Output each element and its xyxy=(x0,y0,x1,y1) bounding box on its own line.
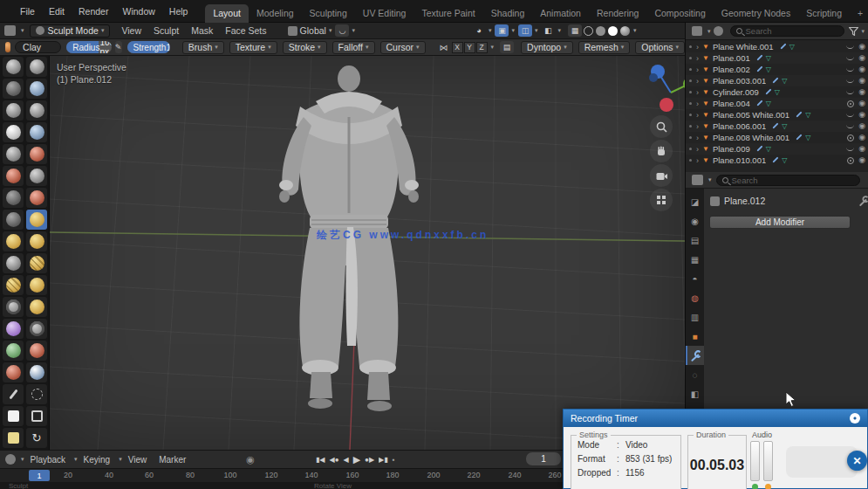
display-mode-icon[interactable] xyxy=(714,26,723,36)
tab-view-layer[interactable]: ▦ xyxy=(686,250,704,269)
outliner-row[interactable]: ›▼Plane.009▽◉ xyxy=(686,143,868,155)
tab-shading[interactable]: Shading xyxy=(483,4,533,23)
tab-layout[interactable]: Layout xyxy=(205,4,249,23)
tool-line-project[interactable] xyxy=(3,384,24,404)
editor-type-icon[interactable] xyxy=(4,25,16,36)
render-toggle-icon[interactable]: ◉ xyxy=(858,156,865,164)
outliner-row[interactable]: ›▼Plane.002▽◉ xyxy=(686,64,868,75)
close-overlay-button[interactable]: ✕ xyxy=(847,451,867,471)
jump-to-end-button[interactable]: ▶▮ xyxy=(379,456,388,464)
tool-box-mask[interactable] xyxy=(3,406,24,426)
add-workspace-button[interactable]: + xyxy=(850,4,868,23)
wireframe-shading-icon[interactable] xyxy=(584,26,593,36)
brush-draw-face-sets[interactable] xyxy=(26,362,47,382)
hide-eye-icon[interactable] xyxy=(846,67,854,72)
brush-inflate[interactable] xyxy=(26,122,47,142)
outliner-search-input[interactable]: Search xyxy=(730,25,845,37)
show-eye-icon[interactable] xyxy=(847,134,854,141)
properties-search-input[interactable]: Search xyxy=(716,175,860,186)
brush-flatten[interactable] xyxy=(26,166,47,186)
tab-animation[interactable]: Animation xyxy=(532,4,589,23)
tab-sculpting[interactable]: Sculpting xyxy=(302,4,355,23)
tool-box-trim[interactable] xyxy=(3,428,24,448)
brush-nudge[interactable] xyxy=(3,297,24,317)
brush-paint[interactable] xyxy=(3,79,24,99)
brush-slide-relax[interactable] xyxy=(3,319,24,339)
brush-mask[interactable] xyxy=(3,362,24,382)
menu-marker[interactable]: Marker xyxy=(153,455,192,465)
show-gizmo-icon[interactable]: ◕ xyxy=(472,24,486,37)
hide-eye-icon[interactable] xyxy=(846,90,854,94)
breadcrumb-object-name[interactable]: Plane.012 xyxy=(724,196,765,206)
menu-render[interactable]: Render xyxy=(72,6,115,17)
tab-geometry-nodes[interactable]: Geometry Nodes xyxy=(714,4,798,23)
outliner-row[interactable]: ›▼Plane.010.001▽◉ xyxy=(686,155,868,166)
options-dropdown[interactable]: Options▾ xyxy=(635,41,685,54)
recording-dialog[interactable]: Recording Timer Settings Mode:Video Form… xyxy=(563,409,868,489)
brush-name-field[interactable]: Clay xyxy=(15,41,61,53)
tool-lasso-mask[interactable] xyxy=(26,384,47,404)
active-brush-icon[interactable] xyxy=(5,42,10,52)
falloff-panel-dropdown[interactable]: Falloff▾ xyxy=(332,41,375,54)
hide-eye-icon[interactable] xyxy=(846,147,854,151)
brush-clay-active[interactable] xyxy=(26,210,47,230)
outliner-row[interactable]: ›▼Plane.004▽◉ xyxy=(686,98,868,109)
recording-dialog-titlebar[interactable]: Recording Timer xyxy=(564,410,867,427)
tab-uv-editing[interactable]: UV Editing xyxy=(355,4,414,23)
brush-multiplane-scrape[interactable] xyxy=(3,210,24,230)
hide-eye-icon[interactable] xyxy=(846,79,854,83)
add-modifier-button[interactable]: Add Modifier xyxy=(709,216,851,229)
tab-compositing[interactable]: Compositing xyxy=(646,4,713,23)
brush-layer[interactable] xyxy=(3,122,24,142)
menu-help[interactable]: Help xyxy=(162,6,195,17)
menu-view[interactable]: View xyxy=(115,25,147,36)
menu-edit[interactable]: Edit xyxy=(42,6,72,17)
dyntopo-dropdown[interactable]: Dyntopo▾ xyxy=(521,41,573,54)
tab-output[interactable]: ▤ xyxy=(686,231,704,250)
symmetry-y-toggle[interactable]: Y xyxy=(464,42,475,53)
play-reverse-button[interactable]: ◀ xyxy=(343,456,348,464)
brush-draw[interactable] xyxy=(3,57,24,77)
outliner-row[interactable]: ›▼Plane.001▽◉ xyxy=(686,52,868,64)
brush-clay-thumb[interactable] xyxy=(26,100,47,121)
outliner-row[interactable]: ›▼Cylinder.009▽◉ xyxy=(686,86,868,98)
tab-texture-paint[interactable]: Texture Paint xyxy=(413,4,482,23)
brush-rotate[interactable] xyxy=(26,297,47,317)
render-toggle-icon[interactable]: ◉ xyxy=(858,77,865,85)
tab-world[interactable]: ◍ xyxy=(686,288,704,307)
outliner-editor-icon[interactable] xyxy=(692,26,702,36)
tab-tool[interactable]: ◪ xyxy=(686,192,704,211)
gizmos-icon[interactable]: ▣ xyxy=(495,24,509,37)
brush-pose[interactable] xyxy=(26,275,47,295)
brush-pinch[interactable] xyxy=(3,231,24,251)
outliner-row[interactable]: ›▼Plane White.001▽◉ xyxy=(686,41,868,52)
render-toggle-icon[interactable]: ◉ xyxy=(858,54,865,62)
radius-slider[interactable]: Radius100 px xyxy=(66,41,111,53)
brush-blob[interactable] xyxy=(3,144,24,164)
brush-thumb[interactable] xyxy=(3,275,24,295)
symmetry-x-toggle[interactable]: X xyxy=(452,42,463,53)
tab-particles[interactable]: ◌ xyxy=(686,365,704,384)
frame-number-field[interactable]: 1 xyxy=(526,452,561,465)
navigation-gizmo[interactable] xyxy=(646,61,685,112)
symmetry-z-toggle[interactable]: Z xyxy=(476,42,488,53)
gear-icon[interactable] xyxy=(850,413,860,424)
hide-eye-icon[interactable] xyxy=(846,124,854,128)
render-toggle-icon[interactable]: ◉ xyxy=(858,145,865,153)
hide-eye-icon[interactable] xyxy=(846,45,854,49)
menu-playback[interactable]: Playback xyxy=(24,455,72,465)
tool-transform[interactable]: ↻ xyxy=(26,428,47,448)
next-keyframe-button[interactable]: ●▶ xyxy=(365,456,374,464)
remesh-dropdown[interactable]: Remesh▾ xyxy=(578,41,631,54)
brush-snake-hook[interactable] xyxy=(26,253,47,273)
hide-eye-icon[interactable] xyxy=(846,56,854,60)
tab-modeling[interactable]: Modeling xyxy=(249,4,302,23)
brush-boundary[interactable] xyxy=(26,319,47,339)
solid-shading-icon[interactable] xyxy=(596,26,605,36)
stroke-panel-dropdown[interactable]: Stroke▾ xyxy=(283,41,327,54)
transform-orientation[interactable]: Global ▾ ◡ ▾ xyxy=(285,24,355,37)
render-toggle-icon[interactable]: ◉ xyxy=(858,100,865,107)
filter-funnel-icon[interactable] xyxy=(849,27,858,36)
brush-clay-strips[interactable] xyxy=(3,100,24,121)
render-toggle-icon[interactable]: ◉ xyxy=(858,43,865,51)
